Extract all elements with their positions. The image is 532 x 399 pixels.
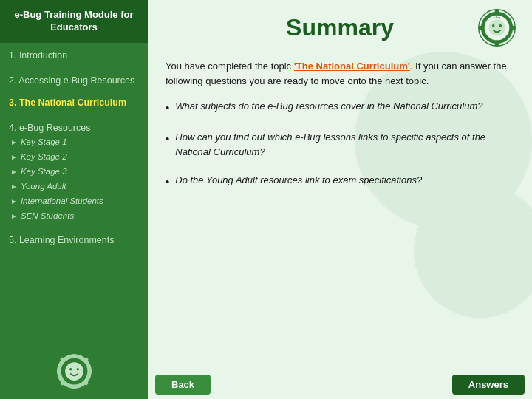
svg-point-17 xyxy=(492,24,494,27)
svg-rect-6 xyxy=(57,369,61,374)
sidebar-item-resources[interactable]: 4. e-Bug Resources xyxy=(0,115,148,134)
svg-rect-20 xyxy=(495,43,499,46)
sidebar-item-intro[interactable]: 1. Introduction xyxy=(0,43,148,68)
sidebar-item-curriculum[interactable]: 3. The National Curriculum xyxy=(0,90,148,115)
bullet-dot-1: • xyxy=(166,99,169,116)
svg-point-18 xyxy=(499,24,502,27)
sidebar-sub-label-sen: SEN Students xyxy=(21,211,74,220)
bullet-3: • Do the Young Adult resources link to e… xyxy=(166,173,514,190)
arrow-icon-ks1: ► xyxy=(10,138,18,146)
sidebar-label-learning: 5. Learning Environments xyxy=(9,235,114,245)
highlight-text: 'The National Curriculum' xyxy=(294,61,410,72)
ebug-header-logo-icon: e-Bug xyxy=(477,7,517,48)
bullet-text-1: What subjects do the e-Bug resources cov… xyxy=(175,99,482,114)
sidebar-sub-ks1[interactable]: ► Key Stage 1 xyxy=(0,134,148,149)
sidebar-label-resources: 4. e-Bug Resources xyxy=(9,123,90,133)
sidebar-sub-intl[interactable]: ► International Students xyxy=(0,194,148,208)
sidebar-sub-ks3[interactable]: ► Key Stage 3 xyxy=(0,164,148,179)
footer-bar: Back Answers xyxy=(148,370,532,399)
main-content: Summary e-Bug You have completed the top… xyxy=(148,0,532,399)
svg-rect-4 xyxy=(72,354,76,358)
sidebar-sub-label-ya: Young Adult xyxy=(21,182,66,191)
svg-rect-5 xyxy=(72,385,76,389)
sidebar-label-intro: 1. Introduction xyxy=(9,50,67,61)
bullet-text-3: Do the Young Adult resources link to exa… xyxy=(175,173,422,188)
bullet-dot-2: • xyxy=(166,130,169,147)
arrow-icon-ks2: ► xyxy=(10,153,18,161)
svg-rect-22 xyxy=(512,26,515,30)
arrow-icon-sen: ► xyxy=(10,212,18,220)
bullet-1: • What subjects do the e-Bug resources c… xyxy=(166,99,514,116)
bullet-2: • How can you find out which e-Bug lesso… xyxy=(166,130,514,160)
svg-rect-21 xyxy=(479,26,482,30)
sidebar-sub-label-ks1: Key Stage 1 xyxy=(21,137,67,146)
sidebar-title: e-Bug Training Module for Educators xyxy=(14,9,133,33)
arrow-icon-ya: ► xyxy=(10,183,18,191)
sidebar-sub-sen[interactable]: ► SEN Students xyxy=(0,208,148,223)
svg-rect-7 xyxy=(88,369,92,374)
sidebar-sub-label-intl: International Students xyxy=(21,197,103,205)
svg-point-1 xyxy=(65,362,83,381)
sidebar-label-curriculum: 3. The National Curriculum xyxy=(9,98,126,108)
main-body: You have completed the topic 'The Nation… xyxy=(148,52,532,370)
sidebar-header: e-Bug Training Module for Educators xyxy=(0,0,148,43)
sidebar-sub-ks2[interactable]: ► Key Stage 2 xyxy=(0,149,148,164)
main-header: Summary e-Bug xyxy=(148,0,532,52)
bullet-text-2: How can you find out which e-Bug lessons… xyxy=(175,130,514,160)
back-button[interactable]: Back xyxy=(155,375,211,395)
ebug-sidebar-logo-icon xyxy=(54,351,95,392)
sidebar-item-learning[interactable]: 5. Learning Environments xyxy=(0,228,148,253)
sidebar-sub-ya[interactable]: ► Young Adult xyxy=(0,179,148,194)
bullet-dot-3: • xyxy=(166,173,169,190)
sidebar-logo-area xyxy=(0,344,148,399)
svg-text:e-Bug: e-Bug xyxy=(494,16,500,19)
sidebar: e-Bug Training Module for Educators 1. I… xyxy=(0,0,148,399)
sidebar-sub-label-ks2: Key Stage 2 xyxy=(21,152,67,161)
svg-rect-19 xyxy=(495,10,499,13)
sidebar-label-accessing: 2. Accessing e-Bug Resources xyxy=(9,75,134,86)
page-title: Summary xyxy=(203,14,477,41)
svg-point-16 xyxy=(489,20,505,36)
answers-button[interactable]: Answers xyxy=(452,375,525,395)
arrow-icon-ks3: ► xyxy=(10,168,18,176)
intro-paragraph: You have completed the topic 'The Nation… xyxy=(166,59,514,89)
svg-point-3 xyxy=(76,368,78,370)
svg-point-2 xyxy=(69,368,71,370)
sidebar-item-accessing[interactable]: 2. Accessing e-Bug Resources xyxy=(0,68,148,90)
sidebar-sub-label-ks3: Key Stage 3 xyxy=(21,167,67,176)
arrow-icon-intl: ► xyxy=(10,197,18,205)
